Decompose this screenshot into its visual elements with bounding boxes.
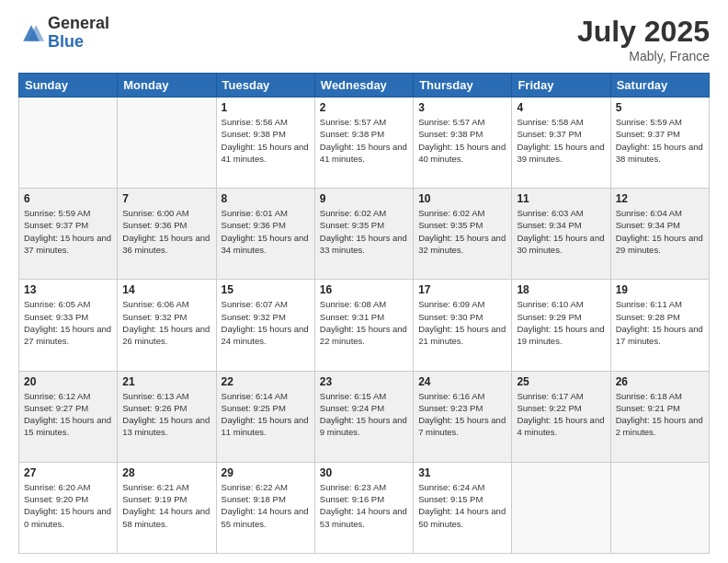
calendar-header-row: SundayMondayTuesdayWednesdayThursdayFrid… bbox=[19, 74, 710, 98]
day-number: 29 bbox=[222, 466, 310, 479]
calendar-cell: 22Sunrise: 6:14 AM Sunset: 9:25 PM Dayli… bbox=[216, 371, 314, 462]
calendar-cell: 20Sunrise: 6:12 AM Sunset: 9:27 PM Dayli… bbox=[19, 371, 118, 462]
title-month: July 2025 bbox=[577, 15, 710, 49]
calendar-week-row: 20Sunrise: 6:12 AM Sunset: 9:27 PM Dayli… bbox=[19, 371, 710, 462]
calendar-cell: 13Sunrise: 6:05 AM Sunset: 9:33 PM Dayli… bbox=[19, 280, 118, 371]
calendar-cell: 26Sunrise: 6:18 AM Sunset: 9:21 PM Dayli… bbox=[610, 371, 709, 462]
day-number: 10 bbox=[418, 192, 506, 205]
day-number: 28 bbox=[122, 466, 210, 479]
calendar-week-row: 13Sunrise: 6:05 AM Sunset: 9:33 PM Dayli… bbox=[19, 280, 710, 371]
logo: General Blue bbox=[18, 15, 109, 52]
day-number: 16 bbox=[320, 283, 408, 296]
calendar-header-tuesday: Tuesday bbox=[216, 74, 314, 98]
calendar-cell: 16Sunrise: 6:08 AM Sunset: 9:31 PM Dayli… bbox=[314, 280, 413, 371]
calendar-cell: 3Sunrise: 5:57 AM Sunset: 9:38 PM Daylig… bbox=[414, 98, 512, 189]
day-info: Sunrise: 6:03 AM Sunset: 9:34 PM Dayligh… bbox=[517, 207, 605, 256]
day-info: Sunrise: 6:06 AM Sunset: 9:32 PM Dayligh… bbox=[122, 298, 210, 347]
calendar-week-row: 1Sunrise: 5:56 AM Sunset: 9:38 PM Daylig… bbox=[19, 98, 710, 189]
day-number: 23 bbox=[320, 375, 408, 388]
day-info: Sunrise: 6:15 AM Sunset: 9:24 PM Dayligh… bbox=[320, 390, 408, 439]
calendar-cell: 1Sunrise: 5:56 AM Sunset: 9:38 PM Daylig… bbox=[216, 98, 314, 189]
day-number: 20 bbox=[24, 375, 112, 388]
calendar-week-row: 6Sunrise: 5:59 AM Sunset: 9:37 PM Daylig… bbox=[19, 189, 710, 280]
calendar-cell: 25Sunrise: 6:17 AM Sunset: 9:22 PM Dayli… bbox=[512, 371, 610, 462]
calendar-header-friday: Friday bbox=[512, 74, 610, 98]
day-info: Sunrise: 6:09 AM Sunset: 9:30 PM Dayligh… bbox=[418, 298, 506, 347]
day-info: Sunrise: 5:59 AM Sunset: 9:37 PM Dayligh… bbox=[24, 207, 112, 256]
day-number: 24 bbox=[418, 375, 506, 388]
title-location: Mably, France bbox=[577, 49, 710, 63]
calendar-cell: 27Sunrise: 6:20 AM Sunset: 9:20 PM Dayli… bbox=[19, 462, 118, 553]
calendar-cell: 19Sunrise: 6:11 AM Sunset: 9:28 PM Dayli… bbox=[610, 280, 709, 371]
logo-text: General Blue bbox=[48, 15, 109, 52]
day-info: Sunrise: 5:56 AM Sunset: 9:38 PM Dayligh… bbox=[222, 116, 310, 165]
day-number: 27 bbox=[24, 466, 112, 479]
day-number: 31 bbox=[418, 466, 506, 479]
calendar-cell: 15Sunrise: 6:07 AM Sunset: 9:32 PM Dayli… bbox=[216, 280, 314, 371]
day-number: 15 bbox=[222, 283, 310, 296]
day-number: 2 bbox=[320, 101, 408, 114]
day-info: Sunrise: 6:22 AM Sunset: 9:18 PM Dayligh… bbox=[222, 481, 310, 530]
calendar-cell: 24Sunrise: 6:16 AM Sunset: 9:23 PM Dayli… bbox=[414, 371, 512, 462]
calendar-cell: 11Sunrise: 6:03 AM Sunset: 9:34 PM Dayli… bbox=[512, 189, 610, 280]
day-number: 25 bbox=[517, 375, 605, 388]
calendar-cell: 12Sunrise: 6:04 AM Sunset: 9:34 PM Dayli… bbox=[610, 189, 709, 280]
day-number: 26 bbox=[616, 375, 704, 388]
day-info: Sunrise: 6:24 AM Sunset: 9:15 PM Dayligh… bbox=[418, 481, 506, 530]
calendar-week-row: 27Sunrise: 6:20 AM Sunset: 9:20 PM Dayli… bbox=[19, 462, 710, 553]
day-info: Sunrise: 6:23 AM Sunset: 9:16 PM Dayligh… bbox=[320, 481, 408, 530]
day-number: 13 bbox=[24, 283, 112, 296]
header: General Blue July 2025 Mably, France bbox=[18, 15, 710, 63]
calendar-cell bbox=[610, 462, 709, 553]
day-number: 3 bbox=[418, 101, 506, 114]
calendar-cell: 10Sunrise: 6:02 AM Sunset: 9:35 PM Dayli… bbox=[414, 189, 512, 280]
day-number: 21 bbox=[122, 375, 210, 388]
calendar-cell: 31Sunrise: 6:24 AM Sunset: 9:15 PM Dayli… bbox=[414, 462, 512, 553]
logo-icon bbox=[18, 20, 44, 46]
day-number: 17 bbox=[418, 283, 506, 296]
day-info: Sunrise: 6:05 AM Sunset: 9:33 PM Dayligh… bbox=[24, 298, 112, 347]
day-info: Sunrise: 6:16 AM Sunset: 9:23 PM Dayligh… bbox=[418, 390, 506, 439]
day-info: Sunrise: 6:01 AM Sunset: 9:36 PM Dayligh… bbox=[222, 207, 310, 256]
day-info: Sunrise: 6:13 AM Sunset: 9:26 PM Dayligh… bbox=[122, 390, 210, 439]
day-number: 9 bbox=[320, 192, 408, 205]
day-info: Sunrise: 5:58 AM Sunset: 9:37 PM Dayligh… bbox=[517, 116, 605, 165]
logo-general: General bbox=[48, 15, 109, 33]
calendar-cell: 8Sunrise: 6:01 AM Sunset: 9:36 PM Daylig… bbox=[216, 189, 314, 280]
calendar-cell: 28Sunrise: 6:21 AM Sunset: 9:19 PM Dayli… bbox=[118, 462, 216, 553]
calendar-header-thursday: Thursday bbox=[414, 74, 512, 98]
day-info: Sunrise: 6:17 AM Sunset: 9:22 PM Dayligh… bbox=[517, 390, 605, 439]
day-number: 22 bbox=[222, 375, 310, 388]
calendar-header-monday: Monday bbox=[118, 74, 216, 98]
day-number: 11 bbox=[517, 192, 605, 205]
calendar-cell: 9Sunrise: 6:02 AM Sunset: 9:35 PM Daylig… bbox=[314, 189, 413, 280]
calendar-cell: 14Sunrise: 6:06 AM Sunset: 9:32 PM Dayli… bbox=[118, 280, 216, 371]
day-info: Sunrise: 6:02 AM Sunset: 9:35 PM Dayligh… bbox=[418, 207, 506, 256]
calendar-cell: 2Sunrise: 5:57 AM Sunset: 9:38 PM Daylig… bbox=[314, 98, 413, 189]
calendar-cell: 17Sunrise: 6:09 AM Sunset: 9:30 PM Dayli… bbox=[414, 280, 512, 371]
day-info: Sunrise: 5:57 AM Sunset: 9:38 PM Dayligh… bbox=[418, 116, 506, 165]
day-info: Sunrise: 6:00 AM Sunset: 9:36 PM Dayligh… bbox=[122, 207, 210, 256]
day-number: 4 bbox=[517, 101, 605, 114]
day-number: 14 bbox=[122, 283, 210, 296]
day-info: Sunrise: 6:02 AM Sunset: 9:35 PM Dayligh… bbox=[320, 207, 408, 256]
day-info: Sunrise: 6:12 AM Sunset: 9:27 PM Dayligh… bbox=[24, 390, 112, 439]
calendar-header-wednesday: Wednesday bbox=[314, 74, 413, 98]
day-info: Sunrise: 6:08 AM Sunset: 9:31 PM Dayligh… bbox=[320, 298, 408, 347]
calendar-cell bbox=[118, 98, 216, 189]
calendar-cell: 21Sunrise: 6:13 AM Sunset: 9:26 PM Dayli… bbox=[118, 371, 216, 462]
day-number: 18 bbox=[517, 283, 605, 296]
day-info: Sunrise: 6:10 AM Sunset: 9:29 PM Dayligh… bbox=[517, 298, 605, 347]
day-number: 5 bbox=[616, 101, 704, 114]
day-number: 1 bbox=[222, 101, 310, 114]
page: General Blue July 2025 Mably, France Sun… bbox=[0, 0, 728, 563]
calendar-cell: 30Sunrise: 6:23 AM Sunset: 9:16 PM Dayli… bbox=[314, 462, 413, 553]
day-info: Sunrise: 6:21 AM Sunset: 9:19 PM Dayligh… bbox=[122, 481, 210, 530]
title-block: July 2025 Mably, France bbox=[577, 15, 710, 63]
calendar-cell: 29Sunrise: 6:22 AM Sunset: 9:18 PM Dayli… bbox=[216, 462, 314, 553]
calendar-cell: 5Sunrise: 5:59 AM Sunset: 9:37 PM Daylig… bbox=[610, 98, 709, 189]
day-info: Sunrise: 6:11 AM Sunset: 9:28 PM Dayligh… bbox=[616, 298, 704, 347]
day-info: Sunrise: 5:59 AM Sunset: 9:37 PM Dayligh… bbox=[616, 116, 704, 165]
day-number: 7 bbox=[122, 192, 210, 205]
calendar-header-sunday: Sunday bbox=[19, 74, 118, 98]
